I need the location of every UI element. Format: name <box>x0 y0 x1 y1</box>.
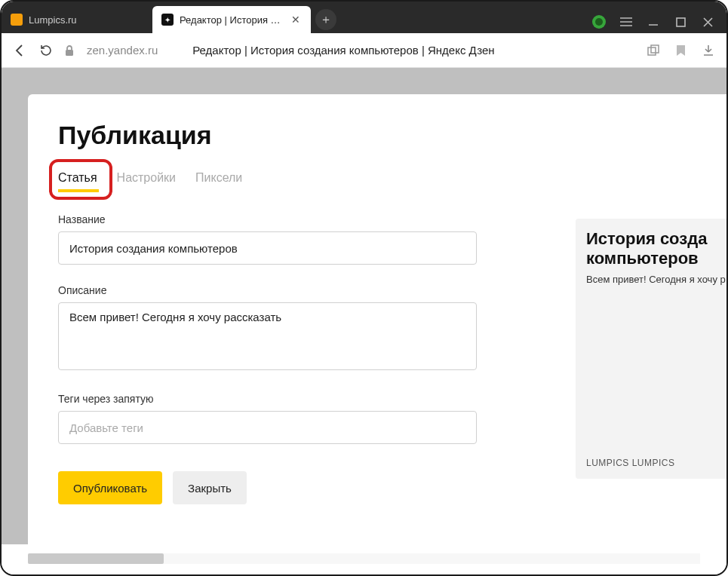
window-close-icon[interactable] <box>701 15 714 29</box>
downloads-icon[interactable] <box>702 44 714 57</box>
viewport: Публикация Статья Настройки Пиксели Назв… <box>2 68 726 544</box>
preview-title-line: компьютеров <box>586 249 726 268</box>
preview-panel: История созда компьютеров Всем привет! С… <box>576 219 726 479</box>
scrollbar-thumb[interactable] <box>28 553 164 564</box>
tab-pixels[interactable]: Пиксели <box>195 171 242 192</box>
tab-article[interactable]: Статья <box>58 171 97 192</box>
new-tab-button[interactable]: ＋ <box>315 9 336 30</box>
minimize-icon[interactable] <box>647 15 660 29</box>
svg-rect-1 <box>66 50 73 56</box>
favicon-icon <box>11 14 23 26</box>
page-title-text: Редактор | История создания компьютеров … <box>192 44 635 57</box>
bookmark-icon[interactable] <box>676 44 686 57</box>
tags-input[interactable] <box>58 411 477 444</box>
description-textarea[interactable]: Всем привет! Сегодня я хочу рассказать <box>58 302 477 370</box>
close-button[interactable]: Закрыть <box>173 471 247 504</box>
field-name: Название <box>58 213 477 265</box>
bottom-chrome <box>2 544 726 574</box>
svg-rect-3 <box>651 45 659 53</box>
favicon-icon: ✦ <box>161 14 174 26</box>
maximize-icon[interactable] <box>674 15 687 29</box>
close-icon[interactable]: ✕ <box>290 14 302 26</box>
form-column: Название Описание Всем привет! Сегодня я… <box>58 213 477 504</box>
editor-tabs: Статья Настройки Пиксели <box>58 171 726 192</box>
browser-tab-editor[interactable]: ✦ Редактор | История соз ✕ <box>152 6 311 33</box>
lock-icon[interactable] <box>64 44 75 57</box>
preview-title-line: История созда <box>586 229 726 249</box>
extension-icon[interactable] <box>592 15 606 29</box>
browser-tab-strip: Lumpics.ru ✦ Редактор | История соз ✕ ＋ <box>2 2 726 33</box>
preview-author: LUMPICS LUMPICS <box>586 458 675 468</box>
window-controls <box>592 15 726 33</box>
back-icon[interactable] <box>14 44 27 57</box>
preview-description: Всем привет! Сегодня я хочу р <box>586 274 726 285</box>
svg-rect-2 <box>648 47 656 55</box>
tab-title: Lumpics.ru <box>29 14 143 26</box>
publish-button[interactable]: Опубликовать <box>58 471 162 504</box>
menu-icon[interactable] <box>619 15 633 29</box>
address-bar: zen.yandex.ru Редактор | История создани… <box>2 33 726 68</box>
field-label: Теги через запятую <box>58 393 477 405</box>
name-input[interactable] <box>58 231 477 265</box>
page-heading: Публикация <box>58 121 726 150</box>
reload-icon[interactable] <box>39 44 52 57</box>
browser-tab-lumpics[interactable]: Lumpics.ru <box>2 6 152 33</box>
svg-rect-0 <box>677 18 685 26</box>
tab-settings[interactable]: Настройки <box>117 171 176 192</box>
field-description: Описание Всем привет! Сегодня я хочу рас… <box>58 284 477 373</box>
field-label: Описание <box>58 284 477 296</box>
url-domain[interactable]: zen.yandex.ru <box>87 44 158 57</box>
field-tags: Теги через запятую <box>58 393 477 444</box>
horizontal-scrollbar[interactable] <box>28 553 700 564</box>
publication-card: Публикация Статья Настройки Пиксели Назв… <box>28 94 726 544</box>
tab-title: Редактор | История соз <box>180 14 284 26</box>
share-icon[interactable] <box>647 44 659 57</box>
field-label: Название <box>58 213 477 225</box>
action-row: Опубликовать Закрыть <box>58 471 477 504</box>
